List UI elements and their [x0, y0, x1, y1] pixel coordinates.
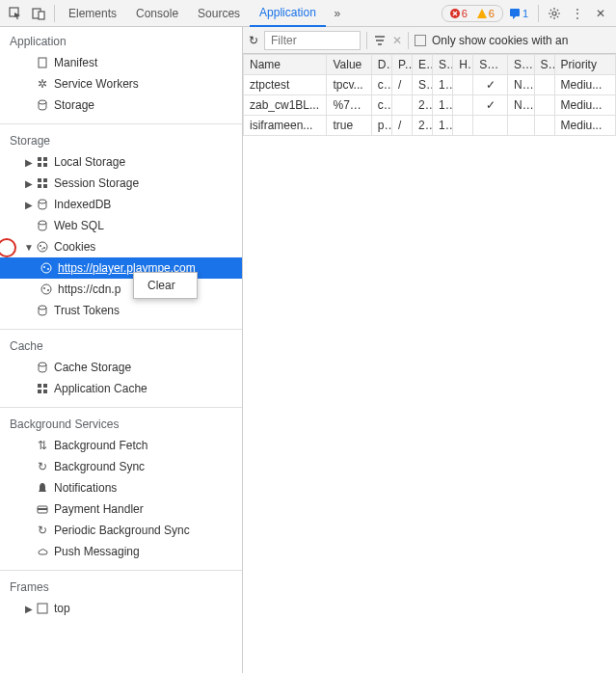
frame-icon: [35, 603, 50, 614]
svg-point-26: [43, 287, 45, 289]
table-row[interactable]: ztpctesttpcv...c.../S...1...✓N...Mediu..…: [244, 75, 616, 95]
only-cookies-label: Only show cookies with an: [432, 34, 568, 47]
section-frames: Frames: [0, 573, 242, 598]
col-sameparty[interactable]: S..: [534, 55, 554, 75]
svg-rect-15: [43, 184, 47, 188]
sidebar-item-session-storage[interactable]: ▶Session Storage: [0, 173, 242, 194]
database-icon: [35, 362, 50, 373]
table-row[interactable]: zab_cw1BL...%7B...c...2...1...✓N...Mediu…: [244, 95, 616, 116]
database-icon: [35, 220, 50, 231]
svg-point-24: [47, 268, 49, 270]
sidebar-item-indexeddb[interactable]: ▶IndexedDB: [0, 194, 242, 215]
grid-icon: [35, 383, 50, 394]
sidebar-item-websql[interactable]: Web SQL: [0, 215, 242, 236]
sidebar-item-push[interactable]: Push Messaging: [0, 541, 242, 562]
only-cookies-checkbox[interactable]: [415, 35, 426, 46]
svg-rect-10: [38, 163, 41, 167]
gear-icon[interactable]: [543, 2, 566, 25]
cookie-icon: [39, 283, 54, 295]
svg-point-7: [39, 100, 46, 104]
tab-application[interactable]: Application: [250, 0, 326, 27]
gear-small-icon: ✲: [35, 77, 50, 91]
cookie-filter-bar: ↻ ✕ Only show cookies with an: [243, 27, 616, 54]
sync-icon: ↻: [35, 460, 50, 473]
svg-point-17: [39, 221, 46, 225]
col-samesite[interactable]: Sa..: [508, 55, 534, 75]
svg-point-23: [43, 266, 45, 268]
svg-rect-36: [38, 604, 47, 613]
filter-settings-icon[interactable]: [373, 34, 387, 47]
status-pill[interactable]: 6 6: [442, 5, 503, 22]
sidebar-item-service-workers[interactable]: ✲Service Workers: [0, 73, 242, 94]
svg-rect-32: [38, 390, 41, 393]
kebab-icon[interactable]: ⋮: [566, 2, 589, 25]
col-httponly[interactable]: H..: [453, 55, 473, 75]
sidebar-item-payment[interactable]: Payment Handler: [0, 498, 242, 520]
svg-rect-33: [43, 390, 47, 393]
svg-point-28: [39, 306, 46, 310]
filter-input[interactable]: [264, 31, 361, 50]
sidebar-item-cache-storage[interactable]: Cache Storage: [0, 357, 242, 378]
col-size[interactable]: S..: [433, 55, 453, 75]
col-name[interactable]: Name: [244, 55, 327, 75]
cookies-table: Name Value D.. P.. E.. S.. H.. Sec.. Sa.…: [243, 54, 616, 673]
close-icon[interactable]: ✕: [589, 2, 612, 25]
sidebar-item-bg-fetch[interactable]: ⇅Background Fetch: [0, 435, 242, 456]
svg-point-27: [47, 289, 49, 291]
transfer-icon: ⇅: [35, 439, 50, 452]
svg-point-22: [41, 263, 51, 273]
cookie-icon: [39, 262, 54, 274]
col-secure[interactable]: Sec..: [473, 55, 508, 75]
cookie-icon: [35, 241, 50, 253]
messages-badge[interactable]: 1: [507, 8, 530, 19]
sidebar-item-notifications[interactable]: Notifications: [0, 477, 242, 498]
tab-sources[interactable]: Sources: [188, 0, 250, 27]
context-menu: Clear: [133, 272, 198, 299]
col-path[interactable]: P..: [391, 55, 412, 75]
document-icon: [35, 57, 50, 68]
sidebar-item-storage[interactable]: Storage: [0, 94, 242, 116]
col-expires[interactable]: E..: [413, 55, 433, 75]
svg-rect-12: [38, 178, 41, 182]
devtools-tabbar: Elements Console Sources Application » 6…: [0, 0, 616, 27]
bell-icon: [35, 482, 50, 494]
refresh-icon[interactable]: ↻: [249, 34, 258, 47]
svg-rect-8: [38, 157, 41, 161]
tab-console[interactable]: Console: [126, 0, 188, 27]
device-toggle-icon[interactable]: [27, 2, 50, 25]
database-icon: [35, 305, 50, 316]
sidebar-item-local-storage[interactable]: ▶Local Storage: [0, 151, 242, 173]
clear-filter-icon[interactable]: ✕: [392, 34, 402, 47]
col-priority[interactable]: Priority: [554, 55, 615, 75]
svg-rect-31: [43, 384, 47, 388]
app-sidebar: Application Manifest ✲Service Workers St…: [0, 27, 243, 673]
sidebar-item-app-cache[interactable]: Application Cache: [0, 378, 242, 399]
table-header-row: Name Value D.. P.. E.. S.. H.. Sec.. Sa.…: [244, 55, 616, 75]
sidebar-item-top-frame[interactable]: ▶top: [0, 598, 242, 619]
ctx-clear[interactable]: Clear: [134, 275, 197, 296]
sidebar-item-cookies[interactable]: ▼Cookies: [0, 236, 242, 257]
svg-point-21: [41, 248, 43, 250]
cloud-icon: [35, 546, 50, 557]
svg-rect-4: [510, 9, 520, 16]
svg-point-19: [40, 245, 41, 247]
sidebar-item-trust-tokens[interactable]: Trust Tokens: [0, 300, 242, 321]
col-value[interactable]: Value: [327, 55, 371, 75]
warning-badge: 6: [475, 8, 496, 19]
table-row[interactable]: isiframeen...truep.../2...1...Mediu...: [244, 116, 616, 136]
section-application: Application: [0, 27, 242, 52]
sidebar-item-bg-sync[interactable]: ↻Background Sync: [0, 456, 242, 477]
error-badge: 6: [448, 8, 469, 19]
sidebar-item-cookie-origin-2[interactable]: https://cdn.p: [0, 279, 242, 300]
sidebar-item-cookie-origin-1[interactable]: https://player.plaympe.com: [0, 257, 242, 279]
svg-rect-35: [38, 508, 47, 510]
col-domain[interactable]: D..: [371, 55, 391, 75]
more-tabs-icon[interactable]: »: [326, 2, 349, 25]
svg-rect-2: [39, 12, 44, 19]
tab-elements[interactable]: Elements: [59, 0, 126, 27]
grid-icon: [35, 177, 50, 189]
sidebar-item-periodic-sync[interactable]: ↻Periodic Background Sync: [0, 520, 242, 541]
svg-point-5: [552, 12, 556, 15]
inspect-icon[interactable]: [4, 2, 27, 25]
sidebar-item-manifest[interactable]: Manifest: [0, 52, 242, 73]
